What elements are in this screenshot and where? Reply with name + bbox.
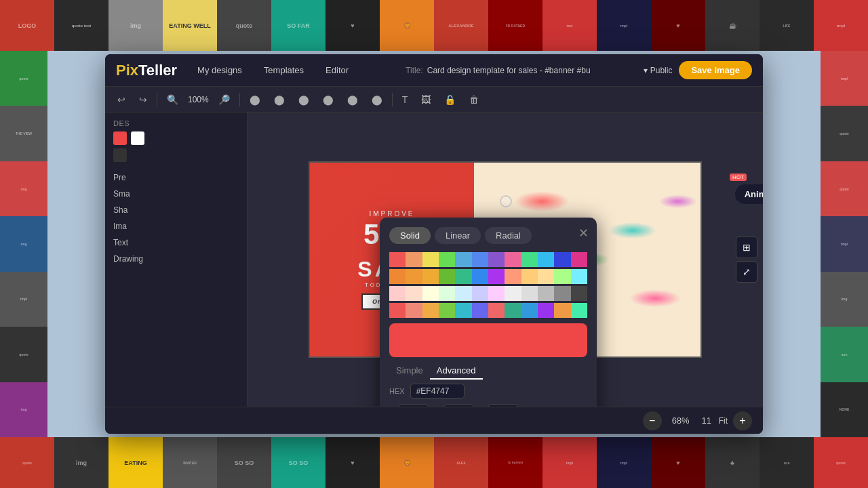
align-top-icon[interactable]: ⬤ — [319, 92, 338, 108]
color-swatch-white[interactable] — [131, 131, 144, 145]
lock-icon[interactable]: 🔒 — [440, 92, 460, 108]
palette-cell[interactable] — [422, 269, 439, 284]
align-center-icon[interactable]: ⬤ — [270, 92, 289, 108]
resize-button[interactable]: ⤢ — [736, 261, 757, 283]
palette-cell[interactable] — [521, 286, 538, 301]
simple-mode-tab[interactable]: Simple — [389, 363, 430, 380]
palette-cell[interactable] — [538, 252, 554, 267]
palette-cell[interactable] — [406, 286, 422, 301]
palette-cell[interactable] — [439, 303, 455, 318]
palette-cell[interactable] — [472, 269, 488, 284]
palette-cell[interactable] — [571, 286, 587, 301]
palette-cell[interactable] — [505, 252, 521, 267]
palette-cell[interactable] — [488, 269, 505, 284]
delete-icon[interactable]: 🗑 — [465, 92, 483, 108]
zoom-value: 68% — [667, 415, 694, 426]
palette-cell[interactable] — [455, 286, 471, 301]
palette-cell[interactable] — [538, 286, 554, 301]
align-middle-icon[interactable]: ⬤ — [343, 92, 362, 108]
align-right-icon[interactable]: ⬤ — [294, 92, 313, 108]
palette-cell[interactable] — [439, 252, 455, 267]
header-center: Title: Card design template for sales - … — [353, 66, 644, 75]
palette-cell[interactable] — [521, 269, 538, 284]
palette-cell[interactable] — [422, 252, 439, 267]
expand-button[interactable]: ⊞ — [736, 237, 757, 258]
text-icon[interactable]: T — [398, 92, 412, 108]
animate-button[interactable]: Animate — [735, 184, 763, 204]
palette-cell[interactable] — [455, 252, 471, 267]
zoom-out-icon[interactable]: 🔎 — [214, 92, 234, 108]
palette-cell[interactable] — [422, 286, 439, 301]
palette-cell[interactable] — [439, 286, 455, 301]
palette-cell[interactable] — [406, 303, 422, 318]
fit-button[interactable]: Fit — [719, 416, 728, 426]
panel-item-preset[interactable]: Pre — [105, 169, 247, 186]
panel-design-title: Des — [113, 119, 239, 127]
close-button[interactable]: ✕ — [578, 226, 589, 241]
palette-cell[interactable] — [538, 303, 554, 318]
palette-cell[interactable] — [389, 286, 406, 301]
zoom-in-icon[interactable]: 🔍 — [163, 92, 182, 108]
transform-handle[interactable] — [500, 195, 512, 207]
panel-item-text[interactable]: Text — [105, 235, 247, 251]
zoom-in-button[interactable]: + — [733, 411, 752, 430]
palette-cell[interactable] — [472, 303, 488, 318]
palette-cell[interactable] — [554, 252, 570, 267]
gradient-radial-tab[interactable]: Radial — [485, 227, 532, 244]
panel-item-image[interactable]: Ima — [105, 218, 247, 235]
color-swatch-dark[interactable] — [113, 148, 127, 162]
panel-item-shape[interactable]: Sha — [105, 202, 247, 218]
color-swatch-red[interactable] — [113, 131, 127, 145]
panel-item-smart[interactable]: Sma — [105, 186, 247, 202]
palette-cell[interactable] — [554, 269, 570, 284]
palette-cell[interactable] — [554, 303, 570, 318]
palette-cell[interactable] — [439, 269, 455, 284]
gradient-solid-tab[interactable]: Solid — [389, 227, 431, 244]
panel-item-drawing[interactable]: Drawing — [105, 251, 247, 267]
nav-editor[interactable]: Editor — [321, 62, 353, 78]
palette-cell[interactable] — [538, 269, 554, 284]
zoom-out-button[interactable]: − — [643, 411, 662, 430]
palette-cell[interactable] — [554, 286, 570, 301]
palette-cell[interactable] — [488, 286, 505, 301]
advanced-mode-tab[interactable]: Advanced — [430, 363, 483, 380]
palette-cell[interactable] — [455, 303, 471, 318]
palette-cell[interactable] — [521, 303, 538, 318]
undo-icon[interactable]: ↩ — [113, 92, 130, 108]
palette-cell[interactable] — [521, 252, 538, 267]
palette-cell[interactable] — [571, 303, 587, 318]
save-image-button[interactable]: Save image — [679, 61, 752, 79]
palette-cell[interactable] — [472, 286, 488, 301]
palette-cell[interactable] — [389, 303, 406, 318]
palette-cell[interactable] — [472, 252, 488, 267]
nav-templates[interactable]: Templates — [260, 62, 308, 78]
palette-cell[interactable] — [422, 303, 439, 318]
palette-cell[interactable] — [389, 269, 406, 284]
bg-cell: LOGO — [0, 0, 54, 51]
app-main: Des Pre Sma Sha Ima Text Drawing — [105, 113, 763, 407]
palette-cell[interactable] — [455, 269, 471, 284]
palette-cell[interactable] — [571, 252, 587, 267]
gradient-linear-tab[interactable]: Linear — [435, 227, 481, 244]
align-left-icon[interactable]: ⬤ — [245, 92, 264, 108]
visibility-button[interactable]: ▾ Public — [644, 66, 673, 75]
r-input[interactable] — [399, 404, 429, 407]
redo-icon[interactable]: ↪ — [135, 92, 151, 108]
image-icon[interactable]: 🖼 — [417, 92, 435, 108]
palette-cell[interactable] — [389, 252, 406, 267]
align-bottom-icon[interactable]: ⬤ — [368, 92, 387, 108]
palette-cell[interactable] — [505, 303, 521, 318]
palette-cell[interactable] — [488, 252, 505, 267]
g-input[interactable] — [444, 404, 474, 407]
palette-cell[interactable] — [406, 252, 422, 267]
nav-my-designs[interactable]: My designs — [193, 62, 246, 78]
palette-cell[interactable] — [406, 269, 422, 284]
palette-cell[interactable] — [488, 303, 505, 318]
palette-cell[interactable] — [505, 286, 521, 301]
hex-input[interactable] — [410, 384, 465, 399]
palette-cell[interactable] — [571, 269, 587, 284]
b-input[interactable] — [488, 404, 518, 407]
palette-cell[interactable] — [505, 269, 521, 284]
bg-cell: EATING — [108, 437, 163, 488]
bg-cell: img — [54, 437, 108, 488]
